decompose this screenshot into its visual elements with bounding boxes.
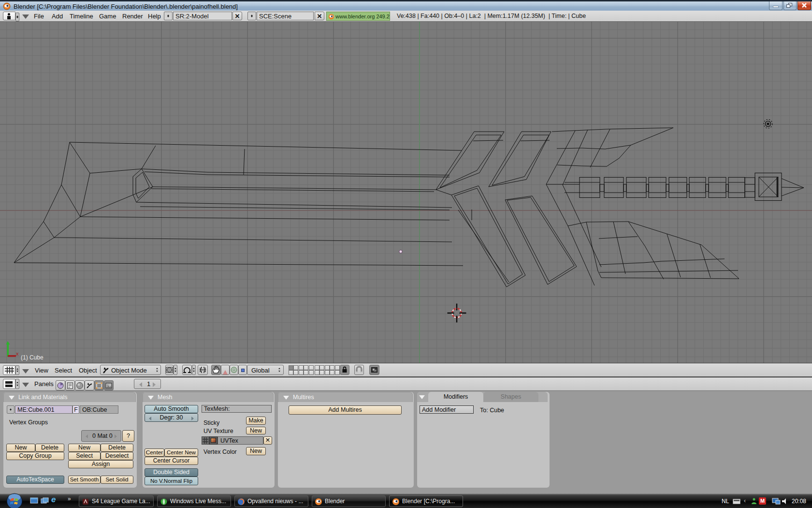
svg-text:x: x bbox=[16, 351, 19, 357]
svg-text:(1) Cube: (1) Cube bbox=[21, 354, 44, 361]
